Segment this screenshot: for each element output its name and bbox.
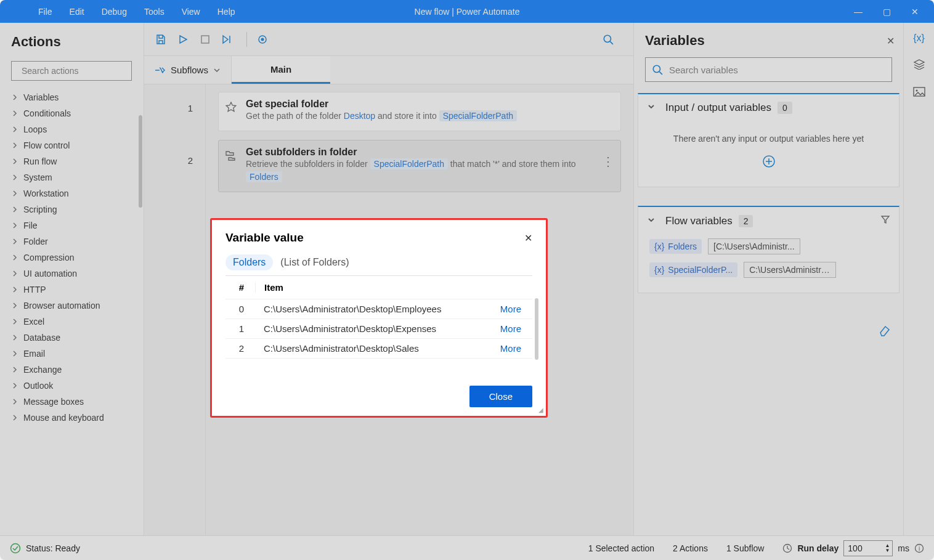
find-button[interactable]	[599, 30, 617, 49]
dialog-table: # Item 0C:\Users\Administrator\Desktop\E…	[225, 275, 532, 377]
category-folder[interactable]: Folder	[11, 233, 137, 250]
flow-var-folders[interactable]: {x}Folders [C:\Users\Administr...	[638, 235, 899, 258]
category-run-flow[interactable]: Run flow	[11, 153, 137, 169]
category-mouse-and-keyboard[interactable]: Mouse and keyboard	[11, 410, 137, 426]
flow-var-specialfolderpath-value: C:\Users\Administra...	[744, 262, 836, 278]
dialog-row[interactable]: 1C:\Users\Administrator\Desktop\Expenses…	[225, 319, 532, 339]
variable-icon: {x}	[654, 265, 664, 275]
category-http[interactable]: HTTP	[11, 282, 137, 298]
category-compression[interactable]: Compression	[11, 250, 137, 266]
close-window-button[interactable]: ✕	[901, 2, 929, 21]
rail-layers-icon[interactable]	[913, 59, 925, 72]
category-system[interactable]: System	[11, 169, 137, 185]
step-button[interactable]	[218, 30, 237, 49]
rail-images-icon[interactable]	[913, 87, 925, 99]
category-flow-control[interactable]: Flow control	[11, 137, 137, 153]
category-database[interactable]: Database	[11, 330, 137, 346]
io-title: Input / output variables	[665, 102, 771, 114]
th-item: Item	[255, 282, 530, 293]
subflows-dropdown[interactable]: Subflows	[144, 56, 232, 84]
category-file[interactable]: File	[11, 217, 137, 233]
category-exchange[interactable]: Exchange	[11, 362, 137, 378]
resize-grip[interactable]: ◢	[538, 407, 543, 413]
filter-icon[interactable]	[880, 214, 890, 227]
dialog-close-button[interactable]: Close	[469, 386, 532, 407]
chevron-right-icon	[11, 270, 18, 277]
spinner-arrows[interactable]: ▲▼	[885, 543, 890, 553]
tab-main[interactable]: Main	[232, 56, 330, 84]
variables-search[interactable]	[645, 57, 892, 82]
dialog-type-label: (List of Folders)	[280, 257, 349, 268]
tabbar: Subflows Main	[144, 56, 633, 84]
dialog-row[interactable]: 0C:\Users\Administrator\Desktop\Employee…	[225, 299, 532, 319]
menu-help[interactable]: Help	[209, 2, 244, 22]
add-io-variable-button[interactable]	[638, 151, 899, 176]
category-outlook[interactable]: Outlook	[11, 378, 137, 394]
chevron-right-icon	[11, 286, 18, 293]
chevron-right-icon	[11, 238, 18, 245]
info-icon[interactable]: i	[914, 543, 924, 553]
flow-var-folders-value: [C:\Users\Administr...	[708, 238, 800, 254]
row-more-link[interactable]: More	[500, 323, 530, 334]
menu-tools[interactable]: Tools	[136, 2, 173, 22]
actions-search[interactable]	[11, 61, 132, 81]
statusbar: Status: Ready 1 Selected action 2 Action…	[0, 535, 934, 560]
chevron-right-icon	[11, 382, 18, 389]
actions-search-input[interactable]	[22, 66, 129, 76]
dialog-variable-chip: Folders	[225, 254, 273, 270]
chevron-down-icon[interactable]	[647, 215, 656, 227]
menu-view[interactable]: View	[173, 2, 209, 22]
minimize-button[interactable]: —	[844, 2, 872, 21]
step-gutter: 1 2	[144, 84, 206, 535]
row-more-link[interactable]: More	[500, 304, 530, 314]
menu-debug[interactable]: Debug	[93, 2, 136, 22]
dialog-close-icon[interactable]: ✕	[524, 232, 532, 244]
flow-var-specialfolderpath[interactable]: {x}SpecialFolderP... C:\Users\Administra…	[638, 258, 899, 282]
step-get-special-folder[interactable]: Get special folder Get the path of the f…	[218, 92, 621, 131]
step-number-2: 2	[144, 132, 205, 184]
category-scripting[interactable]: Scripting	[11, 201, 137, 217]
category-ui-automation[interactable]: UI automation	[11, 266, 137, 282]
subflow-count: 1 Subflow	[726, 543, 764, 553]
category-excel[interactable]: Excel	[11, 314, 137, 330]
category-loops[interactable]: Loops	[11, 121, 137, 137]
menu-edit[interactable]: Edit	[61, 2, 93, 22]
run-button[interactable]	[174, 30, 192, 49]
chevron-down-icon[interactable]	[647, 102, 656, 114]
subflows-icon	[155, 66, 166, 75]
selected-count: 1 Selected action	[588, 543, 654, 553]
category-variables[interactable]: Variables	[11, 89, 137, 105]
chevron-right-icon	[11, 174, 18, 181]
stop-button[interactable]	[196, 30, 214, 49]
actions-scrollbar[interactable]	[139, 115, 142, 208]
variables-close-icon[interactable]: ✕	[887, 35, 895, 47]
category-conditionals[interactable]: Conditionals	[11, 105, 137, 121]
flow-count-badge: 2	[739, 215, 753, 227]
dialog-scrollbar[interactable]	[535, 298, 538, 360]
record-button[interactable]	[253, 30, 272, 49]
row-index: 1	[228, 323, 255, 334]
menu-file[interactable]: File	[30, 2, 61, 22]
run-delay-spinner[interactable]: ▲▼	[843, 540, 893, 556]
svg-marker-4	[223, 36, 228, 43]
chevron-right-icon	[11, 302, 18, 309]
erase-icon[interactable]	[634, 312, 903, 352]
category-browser-automation[interactable]: Browser automation	[11, 298, 137, 314]
save-button[interactable]	[152, 30, 170, 49]
step-2-more-icon[interactable]: ⋮	[602, 154, 614, 169]
category-workstation[interactable]: Workstation	[11, 185, 137, 201]
category-message-boxes[interactable]: Message boxes	[11, 394, 137, 410]
dialog-row[interactable]: 2C:\Users\Administrator\Desktop\SalesMor…	[225, 339, 532, 359]
row-more-link[interactable]: More	[500, 343, 530, 354]
chevron-right-icon	[11, 206, 18, 213]
chevron-right-icon	[11, 398, 18, 405]
step-get-subfolders[interactable]: Get subfolders in folder Retrieve the su…	[218, 140, 621, 192]
menu-bar: File Edit Debug Tools View Help	[0, 2, 244, 22]
maximize-button[interactable]: ▢	[872, 2, 901, 21]
rail-variables-icon[interactable]: {x}	[913, 33, 925, 44]
run-delay-input[interactable]	[848, 543, 879, 553]
svg-marker-2	[180, 36, 187, 43]
variables-search-input[interactable]	[669, 65, 885, 75]
chevron-right-icon	[11, 366, 18, 373]
category-email[interactable]: Email	[11, 346, 137, 362]
